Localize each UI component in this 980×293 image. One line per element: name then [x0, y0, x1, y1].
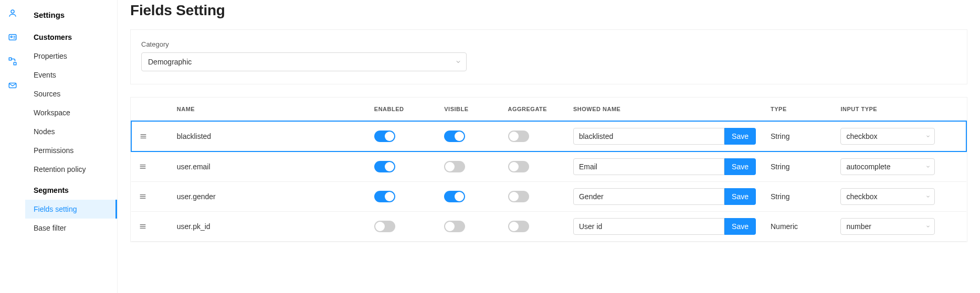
- sidebar-item[interactable]: Fields setting: [25, 200, 117, 219]
- drag-handle-icon[interactable]: [139, 192, 162, 201]
- showed-name-input[interactable]: [573, 128, 724, 145]
- drag-handle-icon[interactable]: [139, 222, 162, 231]
- icon-rail: [0, 0, 25, 293]
- col-name-header: NAME: [170, 97, 367, 121]
- aggregate-toggle[interactable]: [508, 191, 529, 202]
- svg-rect-3: [9, 58, 12, 60]
- sidebar-item[interactable]: Nodes: [25, 122, 117, 141]
- svg-point-0: [11, 10, 14, 13]
- field-type: Numeric: [763, 212, 833, 242]
- showed-name-input[interactable]: [573, 188, 724, 205]
- drag-handle-icon[interactable]: [139, 132, 162, 140]
- visible-toggle[interactable]: [444, 191, 465, 202]
- field-name: blacklisted: [170, 121, 367, 151]
- sidebar-item[interactable]: Events: [25, 66, 117, 84]
- aggregate-toggle[interactable]: [508, 131, 529, 142]
- save-button[interactable]: Save: [724, 188, 756, 205]
- enabled-toggle[interactable]: [374, 191, 395, 202]
- aggregate-toggle[interactable]: [508, 161, 529, 172]
- field-name: user.pk_id: [170, 212, 367, 242]
- table-row: user.emailSaveStringautocomplete: [131, 151, 966, 182]
- sidebar: Settings CustomersPropertiesEventsSource…: [25, 0, 118, 293]
- enabled-toggle[interactable]: [374, 221, 395, 232]
- col-enabled-header: ENABLED: [367, 97, 437, 121]
- input-type-value: number: [846, 222, 871, 231]
- svg-rect-1: [9, 35, 16, 40]
- svg-point-2: [10, 36, 12, 38]
- visible-toggle[interactable]: [444, 221, 465, 232]
- sidebar-item[interactable]: Retention policy: [25, 160, 117, 179]
- aggregate-toggle[interactable]: [508, 221, 529, 232]
- flow-icon[interactable]: [8, 57, 17, 66]
- input-type-select[interactable]: number: [840, 218, 935, 235]
- input-type-value: checkbox: [846, 132, 877, 140]
- sidebar-item[interactable]: Base filter: [25, 219, 117, 237]
- user-icon[interactable]: [8, 8, 17, 18]
- mail-icon[interactable]: [8, 81, 17, 90]
- col-drag-header: [131, 97, 170, 121]
- input-type-value: autocomplete: [846, 162, 890, 171]
- col-input-header: INPUT TYPE: [833, 97, 966, 121]
- visible-toggle[interactable]: [444, 131, 465, 142]
- category-label: Category: [141, 40, 956, 48]
- showed-name-input[interactable]: [573, 218, 724, 235]
- enabled-toggle[interactable]: [374, 131, 395, 142]
- col-aggregate-header: AGGREGATE: [501, 97, 566, 121]
- save-button[interactable]: Save: [724, 158, 756, 175]
- enabled-toggle[interactable]: [374, 161, 395, 172]
- visible-toggle[interactable]: [444, 161, 465, 172]
- id-card-icon[interactable]: [8, 32, 17, 42]
- sidebar-item[interactable]: Sources: [25, 84, 117, 103]
- sidebar-heading: Settings: [25, 6, 117, 26]
- sidebar-groups: CustomersPropertiesEventsSourcesWorkspac…: [25, 26, 117, 237]
- field-name: user.email: [170, 151, 367, 182]
- input-type-select[interactable]: checkbox: [840, 128, 935, 145]
- fields-table-panel: NAME ENABLED VISIBLE AGGREGATE SHOWED NA…: [130, 97, 967, 242]
- col-showed-header: SHOWED NAME: [566, 97, 763, 121]
- sidebar-group-title: Customers: [25, 26, 117, 47]
- sidebar-group-title: Segments: [25, 179, 117, 200]
- field-name: user.gender: [170, 182, 367, 212]
- save-button[interactable]: Save: [724, 128, 756, 145]
- sidebar-item[interactable]: Permissions: [25, 141, 117, 160]
- category-panel: Category Demographic: [130, 29, 967, 84]
- save-button[interactable]: Save: [724, 218, 756, 235]
- svg-rect-4: [14, 62, 16, 65]
- field-type: String: [763, 151, 833, 182]
- drag-handle-icon[interactable]: [139, 162, 162, 171]
- table-row: user.pk_idSaveNumericnumber: [131, 212, 966, 242]
- col-visible-header: VISIBLE: [437, 97, 500, 121]
- fields-table-body: blacklistedSaveStringcheckboxuser.emailS…: [131, 121, 966, 242]
- category-select[interactable]: Demographic: [141, 52, 467, 71]
- showed-name-input[interactable]: [573, 158, 724, 175]
- field-type: String: [763, 121, 833, 151]
- input-type-select[interactable]: checkbox: [840, 188, 935, 205]
- sidebar-item[interactable]: Workspace: [25, 103, 117, 122]
- sidebar-item[interactable]: Properties: [25, 47, 117, 66]
- category-value: Demographic: [148, 58, 192, 66]
- page-title: Fields Setting: [130, 2, 967, 19]
- input-type-value: checkbox: [846, 192, 877, 201]
- table-row: user.genderSaveStringcheckbox: [131, 182, 966, 212]
- input-type-select[interactable]: autocomplete: [840, 158, 935, 175]
- table-row: blacklistedSaveStringcheckbox: [131, 121, 966, 151]
- fields-table: NAME ENABLED VISIBLE AGGREGATE SHOWED NA…: [131, 97, 967, 242]
- field-type: String: [763, 182, 833, 212]
- col-type-header: TYPE: [763, 97, 833, 121]
- main: Fields Setting Category Demographic NAME: [118, 0, 980, 293]
